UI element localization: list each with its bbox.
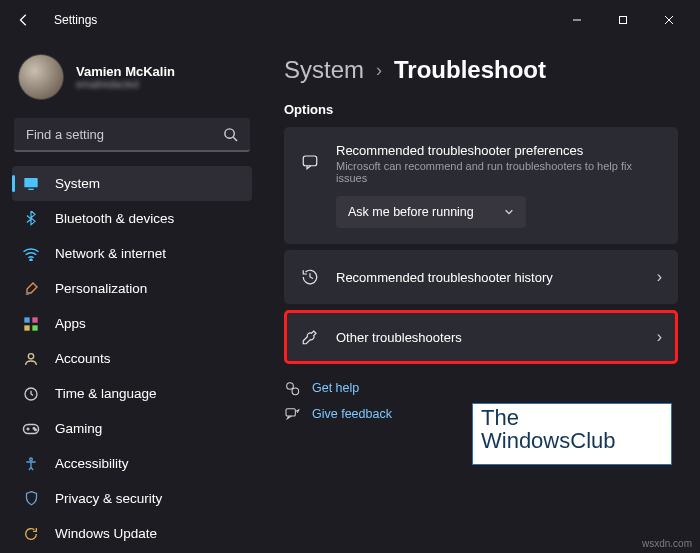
breadcrumb: System › Troubleshoot [284,56,678,84]
svg-point-18 [30,458,33,461]
search-input[interactable] [14,118,250,152]
sidebar-item-bluetooth-devices[interactable]: Bluetooth & devices [12,201,252,236]
get-help-link[interactable]: Get help [312,381,359,395]
bluetooth-icon [22,211,40,227]
sidebar-item-accounts[interactable]: Accounts [12,341,252,376]
breadcrumb-current: Troubleshoot [394,56,546,84]
chevron-right-icon: › [657,268,662,286]
card-pref-sub: Microsoft can recommend and run troubles… [336,160,662,184]
close-button[interactable] [646,5,692,35]
breadcrumb-parent[interactable]: System [284,56,364,84]
svg-rect-22 [286,409,295,416]
pref-dropdown-value: Ask me before running [348,205,474,219]
sidebar-item-label: System [55,176,100,191]
window-controls [554,5,692,35]
sidebar-item-time-language[interactable]: Time & language [12,376,252,411]
feedback-icon [284,406,300,422]
app-title: Settings [54,13,97,27]
sidebar-item-privacy-security[interactable]: Privacy & security [12,481,252,516]
sidebar-item-label: Network & internet [55,246,166,261]
help-icon [284,380,300,396]
profile-email: emailredacted [76,79,175,90]
svg-point-21 [292,388,299,395]
sidebar-item-label: Privacy & security [55,491,162,506]
wifi-icon [22,247,40,261]
chevron-down-icon [504,207,514,217]
pref-dropdown[interactable]: Ask me before running [336,196,526,228]
sidebar-item-label: Accessibility [55,456,129,471]
search-wrap [14,118,250,152]
access-icon [22,456,40,472]
svg-rect-11 [24,325,29,330]
back-button[interactable] [12,8,36,32]
sidebar-item-windows-update[interactable]: Windows Update [12,516,252,551]
brush-icon [22,281,40,297]
maximize-button[interactable] [600,5,646,35]
wrench-icon [300,328,320,346]
svg-rect-19 [303,156,317,166]
svg-point-13 [28,353,33,358]
card-pref-title: Recommended troubleshooter preferences [336,143,662,158]
profile-name: Vamien McKalin [76,64,175,79]
card-pref: Recommended troubleshooter preferences M… [284,127,678,244]
sidebar-item-accessibility[interactable]: Accessibility [12,446,252,481]
title-bar: Settings [0,0,700,40]
card-other-title: Other troubleshooters [336,330,641,345]
sidebar-nav: SystemBluetooth & devicesNetwork & inter… [12,166,252,551]
apps-icon [22,316,40,332]
svg-rect-12 [32,325,37,330]
history-icon [300,268,320,286]
svg-point-20 [287,383,294,390]
chevron-right-icon: › [657,328,662,346]
update-icon [22,526,40,542]
svg-rect-7 [28,188,33,189]
user-icon [22,351,40,367]
sidebar-item-label: Personalization [55,281,147,296]
monitor-icon [22,176,40,192]
shield-icon [22,490,40,507]
minimize-button[interactable] [554,5,600,35]
chat-icon [300,143,320,171]
source-tag: wsxdn.com [642,538,692,549]
avatar [18,54,64,100]
gamepad-icon [22,422,40,436]
sidebar-item-label: Bluetooth & devices [55,211,174,226]
section-heading: Options [284,102,678,117]
sidebar: Vamien McKalin emailredacted SystemBluet… [0,40,260,553]
watermark: The WindowsClub [472,403,672,465]
svg-point-17 [35,429,37,431]
sidebar-item-gaming[interactable]: Gaming [12,411,252,446]
svg-rect-6 [24,178,37,187]
svg-rect-9 [24,317,29,322]
chevron-right-icon: › [376,60,382,81]
card-history[interactable]: Recommended troubleshooter history › [284,250,678,304]
sidebar-item-label: Accounts [55,351,111,366]
svg-rect-1 [620,17,627,24]
card-history-title: Recommended troubleshooter history [336,270,641,285]
help-row: Get help [284,380,678,396]
card-other-troubleshooters[interactable]: Other troubleshooters › [284,310,678,364]
svg-rect-10 [32,317,37,322]
sidebar-item-apps[interactable]: Apps [12,306,252,341]
svg-point-8 [30,258,32,260]
sidebar-item-label: Windows Update [55,526,157,541]
sidebar-item-personalization[interactable]: Personalization [12,271,252,306]
profile-block[interactable]: Vamien McKalin emailredacted [12,50,252,114]
sidebar-item-label: Apps [55,316,86,331]
sidebar-item-label: Gaming [55,421,102,436]
sidebar-item-network-internet[interactable]: Network & internet [12,236,252,271]
sidebar-item-system[interactable]: System [12,166,252,201]
give-feedback-link[interactable]: Give feedback [312,407,392,421]
clock-icon [22,386,40,402]
sidebar-item-label: Time & language [55,386,157,401]
main-pane: System › Troubleshoot Options Recommende… [260,40,700,553]
